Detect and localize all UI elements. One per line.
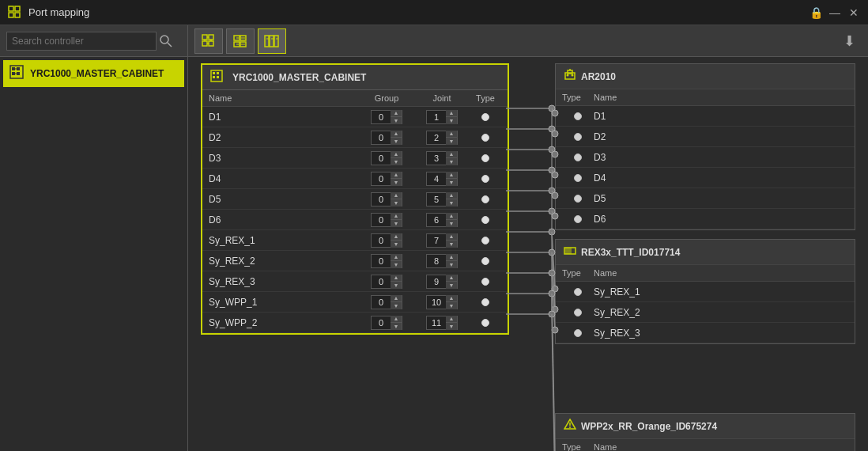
spin-up[interactable]: ▲ bbox=[391, 295, 402, 302]
spin-down[interactable]: ▼ bbox=[391, 138, 402, 145]
group-spinner[interactable]: 0 ▲ ▼ bbox=[359, 131, 414, 145]
joint-spinner[interactable]: 3 ▲ ▼ bbox=[414, 151, 470, 165]
type-dot bbox=[481, 216, 489, 224]
grid-view-button[interactable] bbox=[194, 28, 223, 54]
rex3x-title: REX3x_TTT_ID017714 bbox=[581, 247, 680, 258]
ar2010-col-headers: Type Name bbox=[556, 89, 855, 106]
map-view-button[interactable] bbox=[258, 28, 286, 54]
device2-icon bbox=[564, 419, 576, 434]
svg-rect-6 bbox=[202, 35, 207, 40]
spin-down[interactable]: ▼ bbox=[391, 261, 402, 268]
joint-spinner[interactable]: 6 ▲ ▼ bbox=[414, 213, 470, 227]
spin-down[interactable]: ▼ bbox=[446, 199, 457, 207]
spin-up[interactable]: ▲ bbox=[391, 192, 402, 199]
svg-rect-31 bbox=[12, 72, 15, 75]
spin-up[interactable]: ▲ bbox=[391, 131, 402, 138]
joint-spinner[interactable]: 8 ▲ ▼ bbox=[414, 254, 470, 268]
spin-up[interactable]: ▲ bbox=[446, 110, 457, 117]
spin-up[interactable]: ▲ bbox=[391, 172, 402, 179]
group-spinner[interactable]: 0 ▲ ▼ bbox=[359, 254, 414, 268]
svg-rect-22 bbox=[265, 36, 269, 47]
spin-down[interactable]: ▼ bbox=[446, 179, 457, 186]
joint-spinner[interactable]: 4 ▲ ▼ bbox=[414, 172, 470, 186]
group-spinner[interactable]: 0 ▲ ▼ bbox=[359, 192, 414, 207]
spin-up[interactable]: ▲ bbox=[446, 192, 457, 199]
group-spinner[interactable]: 0 ▲ ▼ bbox=[359, 295, 414, 309]
robot-icon bbox=[564, 69, 576, 84]
spin-up[interactable]: ▲ bbox=[391, 254, 402, 261]
spin-down[interactable]: ▼ bbox=[391, 241, 402, 248]
joint-spinner[interactable]: 11 ▲ ▼ bbox=[414, 316, 470, 330]
svg-point-45 bbox=[569, 69, 571, 70]
row-name: D1 bbox=[209, 112, 359, 123]
joint-spinner[interactable]: 2 ▲ ▼ bbox=[414, 131, 470, 145]
lock-icon[interactable]: 🔒 bbox=[810, 6, 822, 19]
spin-up[interactable]: ▲ bbox=[446, 275, 457, 282]
svg-rect-39 bbox=[217, 76, 219, 78]
search-icon[interactable] bbox=[157, 32, 175, 51]
group-spinner[interactable]: 0 ▲ ▼ bbox=[359, 316, 414, 330]
spin-up[interactable]: ▲ bbox=[391, 213, 402, 220]
cabinet-icon bbox=[9, 65, 24, 82]
joint-spinner[interactable]: 7 ▲ ▼ bbox=[414, 233, 470, 248]
spin-down[interactable]: ▼ bbox=[446, 261, 457, 268]
spin-up[interactable]: ▲ bbox=[446, 213, 457, 220]
group-spinner[interactable]: 0 ▲ ▼ bbox=[359, 213, 414, 227]
spin-up[interactable]: ▲ bbox=[391, 151, 402, 158]
svg-point-4 bbox=[160, 36, 168, 44]
joint-spinner[interactable]: 5 ▲ ▼ bbox=[414, 192, 470, 207]
spin-down[interactable]: ▼ bbox=[391, 158, 402, 165]
spin-down[interactable]: ▼ bbox=[391, 179, 402, 186]
minimize-button[interactable]: — bbox=[828, 6, 841, 19]
search-input[interactable] bbox=[6, 32, 157, 51]
spin-up[interactable]: ▲ bbox=[446, 233, 457, 241]
spin-up[interactable]: ▲ bbox=[446, 316, 457, 323]
export-button[interactable]: ⬇ bbox=[836, 28, 862, 54]
spin-up[interactable]: ▲ bbox=[446, 254, 457, 261]
list-view-button[interactable] bbox=[226, 28, 255, 54]
left-panel-title: YRC1000_MASTER_CABINET bbox=[232, 72, 366, 83]
window-title: Port mapping bbox=[28, 6, 810, 18]
spin-down[interactable]: ▼ bbox=[446, 138, 457, 145]
spin-down[interactable]: ▼ bbox=[391, 117, 402, 124]
spin-down[interactable]: ▼ bbox=[446, 158, 457, 165]
spin-down[interactable]: ▼ bbox=[391, 323, 402, 330]
table-row: D3 0 ▲ ▼ 3 ▲ ▼ bbox=[202, 148, 508, 169]
row-name: D5 bbox=[594, 193, 848, 204]
spin-up[interactable]: ▲ bbox=[391, 233, 402, 241]
spin-up[interactable]: ▲ bbox=[391, 275, 402, 282]
spin-down[interactable]: ▼ bbox=[391, 282, 402, 289]
group-spinner[interactable]: 0 ▲ ▼ bbox=[359, 151, 414, 165]
spin-up[interactable]: ▲ bbox=[446, 172, 457, 179]
close-button[interactable]: ✕ bbox=[847, 6, 860, 19]
group-spinner[interactable]: 0 ▲ ▼ bbox=[359, 110, 414, 124]
spin-down[interactable]: ▼ bbox=[391, 220, 402, 227]
group-spinner[interactable]: 0 ▲ ▼ bbox=[359, 233, 414, 248]
sidebar-item-yrc1000[interactable]: YRC1000_MASTER_CABINET bbox=[3, 60, 184, 87]
row-name: D2 bbox=[209, 132, 359, 143]
type-dot-cell bbox=[470, 154, 501, 162]
table-row: D5 0 ▲ ▼ 5 ▲ ▼ bbox=[202, 189, 508, 210]
spin-down[interactable]: ▼ bbox=[446, 302, 457, 309]
spin-down[interactable]: ▼ bbox=[446, 323, 457, 330]
spin-up[interactable]: ▲ bbox=[391, 110, 402, 117]
spin-up[interactable]: ▲ bbox=[446, 131, 457, 138]
spin-down[interactable]: ▼ bbox=[391, 199, 402, 207]
svg-point-88 bbox=[549, 270, 555, 276]
spin-up[interactable]: ▲ bbox=[391, 316, 402, 323]
joint-spinner[interactable]: 1 ▲ ▼ bbox=[414, 110, 470, 124]
joint-spinner[interactable]: 9 ▲ ▼ bbox=[414, 275, 470, 289]
spin-up[interactable]: ▲ bbox=[446, 295, 457, 302]
group-spinner[interactable]: 0 ▲ ▼ bbox=[359, 172, 414, 186]
table-row: D5 bbox=[556, 188, 855, 209]
spin-down[interactable]: ▼ bbox=[446, 282, 457, 289]
spin-up[interactable]: ▲ bbox=[446, 151, 457, 158]
spin-down[interactable]: ▼ bbox=[446, 241, 457, 248]
joint-spinner[interactable]: 10 ▲ ▼ bbox=[414, 295, 470, 309]
spin-down[interactable]: ▼ bbox=[446, 220, 457, 227]
row-name: D5 bbox=[209, 194, 359, 205]
spin-down[interactable]: ▼ bbox=[391, 302, 402, 309]
type-dot-cell bbox=[562, 133, 594, 141]
group-spinner[interactable]: 0 ▲ ▼ bbox=[359, 275, 414, 289]
spin-down[interactable]: ▼ bbox=[446, 117, 457, 124]
